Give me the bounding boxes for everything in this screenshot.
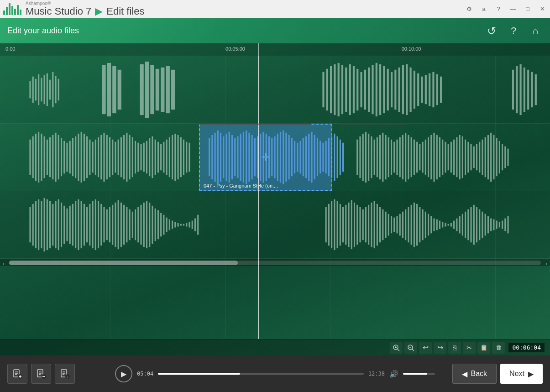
svg-rect-37 bbox=[376, 63, 377, 116]
undo-icon[interactable]: ↺ bbox=[484, 24, 499, 38]
svg-rect-278 bbox=[192, 221, 193, 229]
svg-rect-62 bbox=[29, 140, 31, 175]
svg-rect-112 bbox=[172, 135, 173, 179]
next-button[interactable]: Next ▶ bbox=[500, 364, 543, 384]
add-file-button[interactable] bbox=[7, 364, 27, 384]
volume-icon: 🔊 bbox=[389, 370, 398, 378]
cut-button[interactable]: ✂ bbox=[463, 342, 476, 354]
track-row-3[interactable] bbox=[0, 191, 550, 259]
help-icon[interactable]: ? bbox=[494, 5, 503, 13]
svg-rect-230 bbox=[55, 201, 57, 248]
svg-rect-98 bbox=[132, 137, 133, 177]
svg-rect-178 bbox=[388, 137, 389, 177]
account-icon[interactable]: a bbox=[480, 5, 488, 13]
delete-button[interactable]: 🗑 bbox=[492, 342, 505, 354]
minimize-button[interactable]: — bbox=[509, 5, 517, 13]
scroll-right-arrow[interactable]: › bbox=[545, 261, 547, 267]
svg-rect-307 bbox=[399, 214, 401, 236]
close-button[interactable]: ✕ bbox=[538, 5, 546, 13]
back-button[interactable]: ◀ Back bbox=[452, 364, 497, 384]
svg-rect-174 bbox=[377, 137, 378, 177]
svg-rect-255 bbox=[126, 207, 127, 242]
scrollbar-thumb[interactable] bbox=[9, 261, 238, 265]
svg-rect-65 bbox=[38, 132, 39, 183]
svg-rect-12 bbox=[102, 65, 105, 114]
svg-rect-279 bbox=[194, 219, 196, 231]
svg-rect-231 bbox=[58, 199, 59, 250]
svg-rect-282 bbox=[328, 204, 330, 246]
svg-rect-275 bbox=[183, 224, 184, 226]
svg-rect-299 bbox=[377, 204, 378, 246]
svg-rect-217 bbox=[499, 141, 500, 174]
svg-rect-177 bbox=[385, 135, 387, 179]
svg-rect-259 bbox=[137, 207, 139, 242]
svg-rect-250 bbox=[112, 205, 113, 245]
svg-rect-109 bbox=[163, 142, 164, 173]
redo-button[interactable]: ↪ bbox=[434, 342, 446, 354]
svg-rect-207 bbox=[470, 144, 471, 171]
svg-rect-54 bbox=[440, 77, 442, 103]
svg-rect-258 bbox=[135, 209, 136, 240]
waveform-area-3 bbox=[0, 191, 550, 258]
svg-rect-13 bbox=[107, 63, 111, 116]
progress-bar[interactable] bbox=[158, 373, 364, 375]
svg-rect-327 bbox=[456, 219, 457, 231]
svg-rect-245 bbox=[98, 201, 99, 248]
svg-rect-206 bbox=[467, 142, 469, 173]
svg-rect-118 bbox=[189, 143, 190, 172]
app-section: Edit files bbox=[106, 6, 144, 17]
svg-rect-210 bbox=[479, 142, 480, 173]
undo-button[interactable]: ↩ bbox=[419, 342, 432, 354]
copy-button[interactable]: ⎘ bbox=[448, 342, 461, 354]
clip-label: 047 - Psy - Gangnam Style (ori.... bbox=[204, 183, 278, 188]
svg-rect-14 bbox=[112, 66, 116, 113]
svg-rect-329 bbox=[462, 214, 463, 236]
replace-file-button[interactable]: ↓ bbox=[55, 364, 75, 384]
remove-file-button[interactable] bbox=[31, 364, 51, 384]
svg-rect-236 bbox=[72, 204, 73, 246]
svg-rect-211 bbox=[482, 140, 483, 175]
help-icon[interactable]: ? bbox=[506, 24, 521, 38]
svg-rect-247 bbox=[103, 207, 105, 242]
paste-button[interactable]: 📋 bbox=[477, 342, 490, 354]
svg-rect-108 bbox=[160, 144, 162, 171]
svg-rect-195 bbox=[436, 135, 438, 179]
svg-rect-240 bbox=[84, 204, 85, 246]
settings-icon[interactable]: ⚙ bbox=[465, 5, 473, 13]
svg-rect-183 bbox=[402, 135, 403, 179]
zoom-in-button[interactable] bbox=[390, 342, 403, 354]
back-icon: ◀ bbox=[462, 370, 467, 378]
svg-rect-254 bbox=[123, 205, 125, 245]
svg-rect-51 bbox=[429, 73, 430, 106]
svg-rect-84 bbox=[92, 142, 94, 173]
svg-rect-227 bbox=[47, 199, 48, 250]
svg-rect-280 bbox=[197, 215, 199, 235]
svg-rect-322 bbox=[442, 222, 443, 228]
svg-rect-95 bbox=[123, 135, 125, 179]
volume-bar[interactable] bbox=[403, 373, 435, 375]
svg-rect-224 bbox=[38, 199, 39, 250]
svg-rect-316 bbox=[425, 212, 426, 238]
svg-rect-173 bbox=[374, 140, 375, 175]
svg-rect-166 bbox=[342, 143, 344, 172]
svg-rect-58 bbox=[524, 68, 525, 112]
play-button[interactable]: ▶ bbox=[115, 365, 132, 382]
svg-rect-262 bbox=[146, 201, 147, 248]
home-icon[interactable]: ⌂ bbox=[528, 24, 543, 38]
svg-rect-79 bbox=[78, 134, 79, 181]
scroll-left-arrow[interactable]: ‹ bbox=[3, 261, 5, 267]
zoom-out-button[interactable] bbox=[404, 342, 417, 354]
svg-rect-43 bbox=[398, 68, 400, 112]
svg-rect-313 bbox=[416, 204, 418, 246]
track-row-1[interactable] bbox=[0, 56, 550, 124]
svg-rect-319 bbox=[433, 219, 435, 231]
svg-rect-237 bbox=[75, 201, 76, 248]
svg-rect-273 bbox=[178, 223, 179, 227]
scrollbar-track[interactable] bbox=[9, 261, 541, 265]
restore-button[interactable]: □ bbox=[524, 5, 532, 13]
svg-rect-225 bbox=[41, 201, 42, 248]
svg-rect-338 bbox=[487, 216, 489, 234]
selected-clip[interactable]: ✛ 047 - Psy - Gangnam Style (ori.... bbox=[199, 124, 332, 191]
svg-rect-290 bbox=[351, 200, 352, 249]
track-row-2[interactable]: ✛ 047 - Psy - Gangnam Style (ori.... 🔇 ⚙… bbox=[0, 124, 550, 191]
